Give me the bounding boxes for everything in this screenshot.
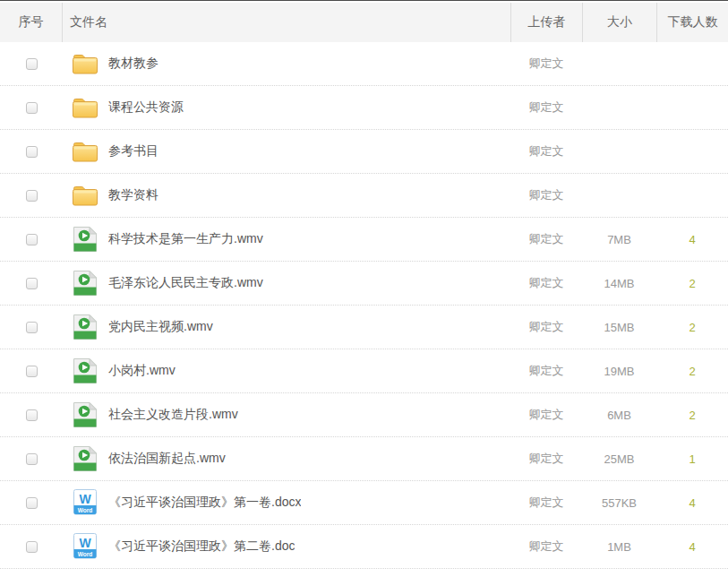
table-row[interactable]: 课程公共资源 卿定文 <box>0 86 728 130</box>
table-row[interactable]: W Word 《习近平谈治国理政》第一卷.docx 卿定文 557KB 4 <box>0 481 728 525</box>
table-row[interactable]: 教材教参 卿定文 <box>0 42 728 86</box>
video-play-icon <box>73 270 98 297</box>
size-cell: 19MB <box>582 365 656 378</box>
row-select-cell <box>0 497 63 509</box>
file-name-cell: 科学技术是第一生产力.wmv <box>63 226 510 253</box>
row-checkbox[interactable] <box>26 366 38 377</box>
table-row[interactable]: 教学资料 卿定文 <box>0 174 728 218</box>
file-name[interactable]: 教学资料 <box>108 187 158 203</box>
row-checkbox[interactable] <box>26 146 38 158</box>
file-name[interactable]: 《习近平谈治国理政》第一卷.docx <box>108 495 301 511</box>
file-type-icon-slot <box>72 270 98 297</box>
row-checkbox[interactable] <box>26 58 38 70</box>
top-divider <box>0 0 728 1</box>
file-name-cell: 教学资料 <box>63 182 510 209</box>
file-name[interactable]: 社会主义改造片段.wmv <box>108 407 238 423</box>
downloads-cell: 2 <box>656 365 728 378</box>
table-row[interactable]: 依法治国新起点.wmv 卿定文 25MB 1 <box>0 437 728 481</box>
folder-icon <box>72 140 98 163</box>
uploader-cell: 卿定文 <box>510 363 582 379</box>
file-name[interactable]: 参考书目 <box>108 143 158 159</box>
size-cell: 7MB <box>582 233 656 246</box>
downloads-cell: 2 <box>656 277 728 290</box>
row-select-cell <box>0 102 63 114</box>
downloads-cell: 1 <box>656 452 728 466</box>
uploader-cell: 卿定文 <box>510 99 582 116</box>
row-checkbox[interactable] <box>26 409 38 421</box>
file-name-cell: 毛泽东论人民民主专政.wmv <box>63 270 510 297</box>
uploader-cell: 卿定文 <box>510 231 582 247</box>
file-type-icon-slot <box>72 445 98 472</box>
file-name-cell: 教材教参 <box>63 50 510 77</box>
file-name-cell: W Word 《习近平谈治国理政》第一卷.docx <box>63 489 510 516</box>
uploader-cell: 卿定文 <box>510 451 582 467</box>
table-row[interactable]: 参考书目 卿定文 <box>0 130 728 174</box>
table-row[interactable]: 党内民主视频.wmv 卿定文 15MB 2 <box>0 306 728 349</box>
file-type-icon-slot <box>72 314 98 340</box>
row-checkbox[interactable] <box>26 278 38 289</box>
file-table-body: 教材教参 卿定文 课程公共资源 卿定文 <box>0 42 728 569</box>
column-header-size: 大小 <box>582 3 656 42</box>
file-type-icon-slot <box>72 138 98 165</box>
row-checkbox[interactable] <box>26 541 38 553</box>
column-header-uploader: 上传者 <box>510 3 582 42</box>
downloads-cell: 2 <box>656 321 728 334</box>
row-select-cell <box>0 190 63 202</box>
uploader-cell: 卿定文 <box>510 187 582 203</box>
row-select-cell <box>0 278 63 289</box>
row-select-cell <box>0 146 63 158</box>
row-select-cell <box>0 366 63 377</box>
file-type-icon-slot <box>72 226 98 253</box>
downloads-cell: 4 <box>656 540 728 554</box>
file-name[interactable]: 《习近平谈治国理政》第二卷.doc <box>108 538 295 555</box>
video-play-icon <box>73 314 98 340</box>
downloads-cell: 4 <box>656 496 728 510</box>
uploader-cell: 卿定文 <box>510 319 582 335</box>
svg-text:Word: Word <box>78 551 93 557</box>
uploader-cell: 卿定文 <box>510 275 582 291</box>
row-checkbox[interactable] <box>26 453 38 465</box>
row-select-cell <box>0 234 63 245</box>
size-cell: 557KB <box>582 496 656 510</box>
file-type-icon-slot: W Word <box>72 533 98 560</box>
video-play-icon <box>73 401 98 428</box>
table-row[interactable]: 社会主义改造片段.wmv 卿定文 6MB 2 <box>0 393 728 437</box>
size-cell: 15MB <box>582 321 656 334</box>
word-document-icon: W Word <box>73 533 97 560</box>
file-name-cell: 课程公共资源 <box>63 94 510 121</box>
file-name[interactable]: 党内民主视频.wmv <box>108 319 213 335</box>
video-play-icon <box>73 357 98 384</box>
file-type-icon-slot <box>72 182 98 209</box>
row-checkbox[interactable] <box>26 497 38 509</box>
svg-text:W: W <box>79 536 91 550</box>
row-select-cell <box>0 322 63 333</box>
file-name[interactable]: 小岗村.wmv <box>108 363 176 379</box>
row-checkbox[interactable] <box>26 102 38 114</box>
row-checkbox[interactable] <box>26 322 38 333</box>
uploader-cell: 卿定文 <box>510 538 582 555</box>
file-name[interactable]: 科学技术是第一生产力.wmv <box>108 231 263 247</box>
uploader-cell: 卿定文 <box>510 143 582 159</box>
file-name[interactable]: 毛泽东论人民民主专政.wmv <box>108 275 263 291</box>
column-header-index: 序号 <box>0 3 63 42</box>
downloads-cell: 2 <box>656 409 728 422</box>
uploader-cell: 卿定文 <box>510 56 582 72</box>
size-cell: 1MB <box>582 540 656 554</box>
file-name[interactable]: 课程公共资源 <box>108 99 184 116</box>
file-type-icon-slot <box>72 357 98 384</box>
row-select-cell <box>0 541 63 553</box>
file-type-icon-slot <box>72 401 98 428</box>
file-name[interactable]: 依法治国新起点.wmv <box>108 451 226 467</box>
row-select-cell <box>0 453 63 465</box>
size-cell: 25MB <box>582 452 656 466</box>
row-checkbox[interactable] <box>26 190 38 202</box>
row-checkbox[interactable] <box>26 234 38 245</box>
table-row[interactable]: 科学技术是第一生产力.wmv 卿定文 7MB 4 <box>0 218 728 262</box>
header-row: 序号 文件名 上传者 大小 下载人数 <box>0 3 728 42</box>
table-row[interactable]: 小岗村.wmv 卿定文 19MB 2 <box>0 349 728 393</box>
downloads-cell: 4 <box>656 233 728 246</box>
table-row[interactable]: W Word 《习近平谈治国理政》第二卷.doc 卿定文 1MB 4 <box>0 525 728 569</box>
folder-icon <box>72 52 98 75</box>
file-name[interactable]: 教材教参 <box>108 56 158 72</box>
table-row[interactable]: 毛泽东论人民民主专政.wmv 卿定文 14MB 2 <box>0 262 728 306</box>
